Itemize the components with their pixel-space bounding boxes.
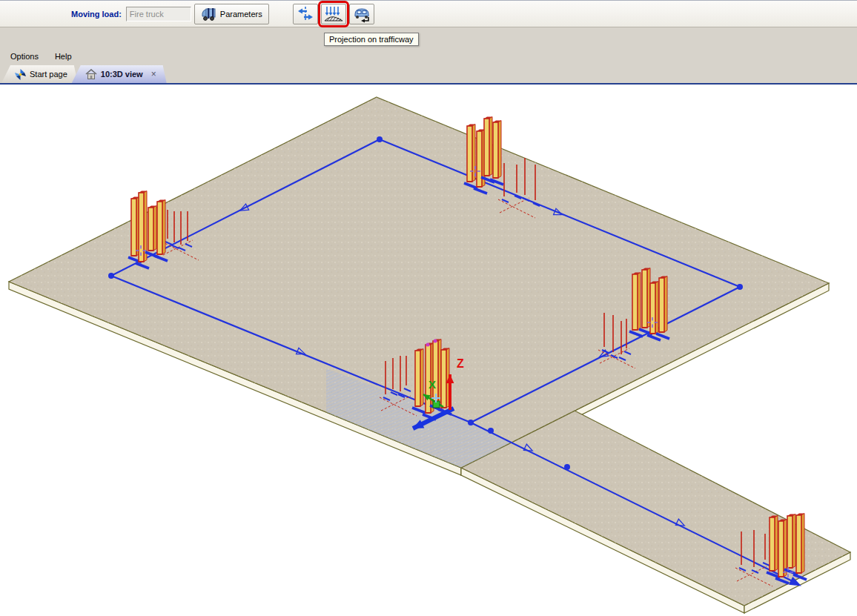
- 3d-viewport[interactable]: ZX: [0, 85, 857, 616]
- moving-load-label: Moving load:: [71, 10, 122, 19]
- tab-close-icon[interactable]: ×: [151, 69, 156, 79]
- car-arrow-icon: [352, 5, 371, 23]
- tab-bar: Start page 10:3D view ×: [0, 65, 857, 85]
- double-arrow-icon: [297, 6, 314, 22]
- bar-tip-marker: [434, 340, 437, 343]
- moving-load-input[interactable]: [126, 7, 191, 21]
- truck-icon: [201, 7, 217, 21]
- projection-on-trafficway-button[interactable]: [321, 4, 346, 24]
- start-page-icon: [15, 69, 26, 80]
- path-node: [468, 420, 474, 425]
- parameters-button[interactable]: Parameters: [194, 4, 269, 24]
- 3d-scene: ZX: [0, 85, 857, 616]
- toolbar: Moving load: Parameters: [0, 0, 857, 27]
- tab-start-page-label: Start page: [30, 70, 67, 79]
- menu-bar: Options Help: [0, 47, 857, 65]
- x-axis-label: X: [428, 378, 436, 391]
- vehicle-button[interactable]: [349, 4, 374, 24]
- load-position-button[interactable]: [293, 4, 318, 24]
- menu-options[interactable]: Options: [10, 52, 39, 61]
- menu-help[interactable]: Help: [55, 52, 72, 61]
- path-node: [564, 464, 570, 470]
- house-icon: [85, 69, 97, 79]
- parameters-button-label: Parameters: [220, 10, 262, 19]
- path-node: [737, 284, 743, 290]
- z-axis-label: Z: [457, 357, 464, 370]
- tab-3d-view-label: 10:3D view: [101, 70, 143, 79]
- bar-tip-marker: [426, 343, 430, 347]
- tab-3d-view[interactable]: 10:3D view ×: [72, 65, 167, 83]
- tooltip: Projection on trafficway: [324, 33, 419, 46]
- path-node: [108, 273, 114, 279]
- path-node: [377, 136, 383, 142]
- tooltip-text: Projection on trafficway: [329, 35, 414, 44]
- toolbar-lower-band: [0, 27, 857, 47]
- path-node: [488, 428, 494, 434]
- tab-start-page[interactable]: Start page: [1, 65, 78, 83]
- projection-on-trafficway-icon: [324, 5, 343, 23]
